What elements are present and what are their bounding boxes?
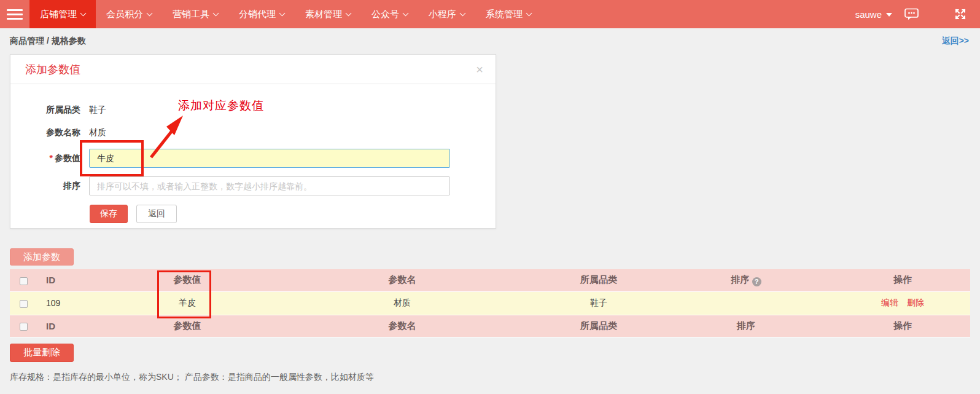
cell-param-name: 材质 xyxy=(264,291,540,315)
add-param-value-panel: 添加参数值 × 所属品类 鞋子 参数名称 材质 *参数值 排序 保存 返回 xyxy=(10,54,496,229)
row-checkbox[interactable] xyxy=(20,300,28,308)
panel-title: 添加参数值 xyxy=(25,62,80,77)
field-param-name: 参数名称 材质 xyxy=(10,125,496,140)
user-menu[interactable]: sauwe xyxy=(855,9,892,20)
table-footer-header-row: ID 参数值 参数名 所属品类 排序 操作 xyxy=(10,315,970,337)
nav-item-label: 公众号 xyxy=(371,9,399,20)
col-id: ID xyxy=(37,269,111,291)
cell-param-value: 羊皮 xyxy=(111,291,264,315)
chevron-down-icon xyxy=(80,10,87,16)
field-label: *参数值 xyxy=(10,153,80,164)
menu-icon[interactable] xyxy=(0,0,29,28)
nav-item-shop-management[interactable]: 店铺管理 xyxy=(29,0,96,28)
breadcrumb: 商品管理 / 规格参数 xyxy=(10,36,86,47)
cell-sort xyxy=(657,291,835,315)
nav-item-label: 小程序 xyxy=(429,9,456,20)
field-param-value: *参数值 xyxy=(10,149,496,168)
fullscreen-icon[interactable] xyxy=(954,8,966,20)
panel-header: 添加参数值 × xyxy=(10,55,496,84)
nav-item-label: 系统管理 xyxy=(486,9,523,20)
back-link[interactable]: 返回>> xyxy=(942,36,969,47)
nav-item-label: 营销工具 xyxy=(173,9,209,20)
navbar-right: sauwe xyxy=(855,0,980,28)
nav-item-mini-program[interactable]: 小程序 xyxy=(418,0,475,28)
footer-note: 库存规格：是指库存的最小单位，称为SKU； 产品参数：是指商品的一般属性参数，比… xyxy=(10,372,980,383)
field-category: 所属品类 鞋子 xyxy=(10,103,496,117)
param-value-input[interactable] xyxy=(89,149,450,168)
message-icon[interactable] xyxy=(904,8,919,20)
nav-item-system-management[interactable]: 系统管理 xyxy=(475,0,542,28)
main-nav: 店铺管理 会员积分 营销工具 分销代理 素材管理 公众号 小程序 系统管理 xyxy=(29,0,542,28)
field-label: 所属品类 xyxy=(10,104,80,116)
table-header-row: ID 参数值 参数名 所属品类 排序? 操作 xyxy=(10,269,970,291)
nav-item-label: 会员积分 xyxy=(106,9,143,20)
table-row: 109 羊皮 材质 鞋子 编辑 删除 xyxy=(10,291,970,315)
nav-item-label: 素材管理 xyxy=(305,9,342,20)
select-all-checkbox[interactable] xyxy=(20,323,28,331)
cell-category: 鞋子 xyxy=(540,291,657,315)
cell-actions: 编辑 删除 xyxy=(835,291,970,315)
col-param-name: 参数名 xyxy=(264,315,540,337)
close-icon[interactable]: × xyxy=(476,63,483,76)
chevron-down-icon xyxy=(147,10,153,16)
chevron-down-icon xyxy=(279,10,286,16)
col-actions: 操作 xyxy=(835,269,970,291)
help-icon[interactable]: ? xyxy=(752,277,761,286)
breadcrumb-bar: 商品管理 / 规格参数 返回>> xyxy=(0,28,980,54)
col-param-value: 参数值 xyxy=(111,269,264,291)
field-sort: 排序 xyxy=(10,176,496,195)
field-label: 参数名称 xyxy=(10,127,80,138)
nav-item-member-points[interactable]: 会员积分 xyxy=(96,0,162,28)
field-label: 排序 xyxy=(10,181,80,192)
chevron-down-icon xyxy=(526,10,532,16)
sort-input[interactable] xyxy=(89,176,450,195)
col-param-name: 参数名 xyxy=(264,269,540,291)
chevron-down-icon xyxy=(460,10,466,16)
field-value: 鞋子 xyxy=(89,104,106,116)
nav-item-distribution-agent[interactable]: 分销代理 xyxy=(228,0,295,28)
save-button[interactable]: 保存 xyxy=(90,205,128,223)
return-button[interactable]: 返回 xyxy=(136,205,177,223)
nav-item-material-management[interactable]: 素材管理 xyxy=(295,0,361,28)
nav-item-label: 分销代理 xyxy=(239,9,276,20)
field-value: 材质 xyxy=(89,127,106,138)
chevron-down-icon xyxy=(403,10,409,16)
chevron-down-icon xyxy=(213,10,219,16)
col-actions: 操作 xyxy=(835,315,970,337)
nav-item-official-account[interactable]: 公众号 xyxy=(361,0,418,28)
nav-item-label: 店铺管理 xyxy=(40,9,77,20)
dropdown-arrow-icon xyxy=(886,13,892,17)
nav-item-marketing-tools[interactable]: 营销工具 xyxy=(162,0,228,28)
col-category: 所属品类 xyxy=(540,315,657,337)
required-mark: * xyxy=(50,153,53,163)
username-label: sauwe xyxy=(855,9,882,20)
top-navbar: 店铺管理 会员积分 营销工具 分销代理 素材管理 公众号 小程序 系统管理 sa… xyxy=(0,0,980,28)
col-category: 所属品类 xyxy=(540,269,657,291)
panel-body: 所属品类 鞋子 参数名称 材质 *参数值 排序 保存 返回 xyxy=(10,84,496,223)
edit-link[interactable]: 编辑 xyxy=(881,297,898,307)
col-sort: 排序? xyxy=(657,269,835,291)
panel-buttons: 保存 返回 xyxy=(10,205,496,223)
col-id: ID xyxy=(37,315,111,337)
batch-delete-button[interactable]: 批量删除 xyxy=(10,344,74,362)
delete-link[interactable]: 删除 xyxy=(907,297,924,307)
col-sort: 排序 xyxy=(657,315,835,337)
cell-id: 109 xyxy=(37,291,111,315)
param-table: ID 参数值 参数名 所属品类 排序? 操作 109 羊皮 材质 鞋子 编辑 删… xyxy=(10,269,970,337)
chevron-down-icon xyxy=(346,10,352,16)
col-param-value: 参数值 xyxy=(111,315,264,337)
apps-grid-icon[interactable] xyxy=(931,9,942,20)
select-all-checkbox[interactable] xyxy=(20,277,28,285)
add-param-button[interactable]: 添加参数 xyxy=(10,248,74,266)
